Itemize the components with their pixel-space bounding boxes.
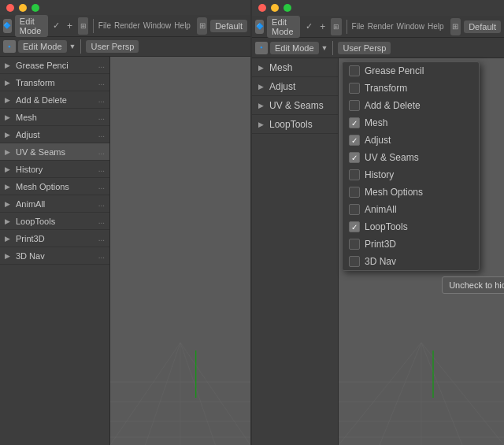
right-max-btn[interactable]	[284, 4, 291, 12]
menu-item-mesh[interactable]: ✓ Mesh	[343, 114, 479, 132]
left-sidebar-item-looptools[interactable]: ▶ LoopTools ...	[0, 213, 109, 230]
left-sidebar-item-animall[interactable]: ▶ AnimAll ...	[0, 195, 109, 213]
min-btn[interactable]	[19, 4, 27, 12]
menu-item-label: History	[365, 169, 394, 180]
toolbar-divider-2	[80, 39, 81, 54]
edit-mode-button[interactable]: Edit Mode	[15, 15, 48, 37]
menu-checkbox[interactable]: ✓	[349, 152, 360, 163]
right-close-btn[interactable]	[258, 4, 266, 12]
left-viewport[interactable]	[110, 57, 250, 445]
left-sidebar-item-add-&-delete[interactable]: ▶ Add & Delete ...	[0, 91, 109, 109]
sidebar-arrow: ▶	[5, 235, 13, 243]
menu-item-uv-&-seams[interactable]: ✓ UV & Seams	[343, 149, 479, 166]
help-menu[interactable]: Help	[174, 21, 191, 30]
menu-checkbox[interactable]	[349, 83, 360, 94]
right-mode-dropdown-icon[interactable]: ▼	[321, 44, 328, 52]
render-menu[interactable]: Render	[114, 21, 140, 30]
right-panel-icon: 🔹	[255, 42, 268, 54]
left-sidebar-item-print3d[interactable]: ▶ Print3D ...	[0, 230, 109, 247]
menu-item-add-&-delete[interactable]: Add & Delete	[343, 97, 479, 114]
sidebar-item-label: Transform	[16, 78, 98, 87]
menu-checkbox[interactable]	[349, 100, 360, 111]
sidebar-arrow: ▶	[5, 79, 13, 87]
left-sidebar-item-grease-penci[interactable]: ▶ Grease Penci ...	[0, 57, 109, 74]
right-sidebar-item-uv-&-seams[interactable]: ▶ UV & Seams	[252, 96, 338, 115]
menu-item-label: Print3D	[365, 239, 396, 250]
close-btn[interactable]	[6, 4, 14, 12]
menu-checkbox[interactable]: ✓	[349, 117, 360, 128]
menu-item-3d-nav[interactable]: 3D Nav Uncheck to hide panel	[343, 253, 479, 270]
left-sidebar-item-uv-&-seams[interactable]: ▶ UV & Seams ...	[0, 143, 109, 161]
menu-checkbox[interactable]	[349, 65, 360, 76]
sidebar-arrow: ▶	[5, 217, 13, 225]
mode-dropdown-icon[interactable]: ▼	[69, 43, 76, 50]
right-sidebar-item-mesh[interactable]: ▶ Mesh	[252, 58, 338, 77]
right-file-menu[interactable]: File	[352, 22, 365, 31]
sidebar-arrow: ▶	[5, 183, 13, 191]
sidebar-dots: ...	[98, 147, 105, 156]
layout-icon[interactable]: ⊞	[197, 17, 207, 35]
toolbar-divider-1	[93, 19, 94, 33]
sidebar-arrow: ▶	[5, 131, 13, 139]
right-layout-icon[interactable]: ⊞	[450, 18, 461, 35]
max-btn[interactable]	[32, 4, 39, 12]
right-default-label: Default	[464, 20, 501, 33]
right-confirm-icon[interactable]: ✓	[303, 18, 314, 35]
right-window-menu[interactable]: Window	[396, 22, 424, 31]
right-edit-mode[interactable]: Edit Mode	[267, 16, 300, 38]
sidebar-arrow: ▶	[5, 113, 13, 121]
left-sidebar-item-mesh-options[interactable]: ▶ Mesh Options ...	[0, 178, 109, 195]
left-sidebar-item-mesh[interactable]: ▶ Mesh ...	[0, 109, 109, 126]
menu-checkbox[interactable]	[349, 204, 360, 215]
menu-item-transform[interactable]: Transform	[343, 80, 479, 97]
menu-item-history[interactable]: History	[343, 166, 479, 184]
menu-item-label: LoopTools	[365, 221, 408, 232]
sidebar-item-label: 3D Nav	[16, 251, 98, 261]
right-sidebar-item-adjust[interactable]: ▶ Adjust	[252, 77, 338, 96]
menu-checkbox[interactable]	[349, 256, 360, 267]
edit-mode-label[interactable]: Edit Mode	[18, 40, 67, 53]
sidebar-arrow: ▶	[5, 61, 13, 69]
menu-checkbox[interactable]: ✓	[349, 135, 360, 146]
right-render-menu[interactable]: Render	[368, 22, 394, 31]
sidebar-item-label: Adjust	[16, 130, 98, 139]
menu-item-adjust[interactable]: ✓ Adjust	[343, 132, 479, 149]
right-min-btn[interactable]	[271, 4, 279, 12]
view-label: User Persp	[86, 40, 139, 53]
right-sidebar-item-looptools[interactable]: ▶ LoopTools	[252, 115, 338, 134]
right-snap-icon[interactable]: ⊞	[331, 18, 342, 35]
sidebar-item-label: UV & Seams	[16, 147, 98, 157]
add-icon[interactable]: +	[65, 17, 75, 35]
viewport-grid	[110, 272, 250, 445]
left-sidebar-item-transform[interactable]: ▶ Transform ...	[0, 74, 109, 91]
menu-item-animall[interactable]: AnimAll	[343, 201, 479, 218]
mode-icon: 🔷	[3, 19, 12, 33]
left-sidebar-item-adjust[interactable]: ▶ Adjust ...	[0, 126, 109, 143]
window-menu[interactable]: Window	[143, 21, 172, 30]
menu-item-grease-pencil[interactable]: Grease Pencil	[343, 62, 479, 80]
menu-item-label: Mesh Options	[365, 187, 423, 198]
sidebar-item-label: Mesh Options	[16, 182, 98, 191]
right-help-menu[interactable]: Help	[428, 22, 444, 31]
right-sidebar-label: LoopTools	[269, 119, 313, 130]
right-viewport[interactable]: Grease Pencil Transform Add & Delete ✓ M…	[339, 58, 504, 445]
menu-item-print3d[interactable]: Print3D	[343, 235, 479, 253]
left-sidebar-item-history[interactable]: ▶ History ...	[0, 161, 109, 178]
right-view-label: User Persp	[338, 42, 391, 54]
menu-item-looptools[interactable]: ✓ LoopTools	[343, 218, 479, 235]
menu-item-label: Transform	[365, 83, 407, 94]
confirm-icon[interactable]: ✓	[51, 17, 61, 35]
sidebar-arrow: ▶	[5, 252, 13, 260]
menu-checkbox[interactable]	[349, 187, 360, 198]
snap-icon[interactable]: ⊞	[78, 17, 88, 35]
right-add-icon[interactable]: +	[317, 18, 328, 35]
menu-item-mesh-options[interactable]: Mesh Options	[343, 184, 479, 201]
left-toolbar-2: 🔹 Edit Mode ▼ User Persp	[0, 37, 250, 57]
sidebar-item-label: Mesh	[16, 113, 98, 122]
right-main-area: ▶ Mesh ▶ Adjust ▶ UV & Seams ▶ LoopTools	[252, 58, 504, 445]
left-sidebar-item-3d-nav[interactable]: ▶ 3D Nav ...	[0, 247, 109, 265]
menu-checkbox[interactable]	[349, 239, 360, 250]
right-edit-mode-label[interactable]: Edit Mode	[270, 42, 319, 54]
menu-checkbox[interactable]: ✓	[349, 221, 360, 232]
menu-checkbox[interactable]	[349, 169, 360, 180]
